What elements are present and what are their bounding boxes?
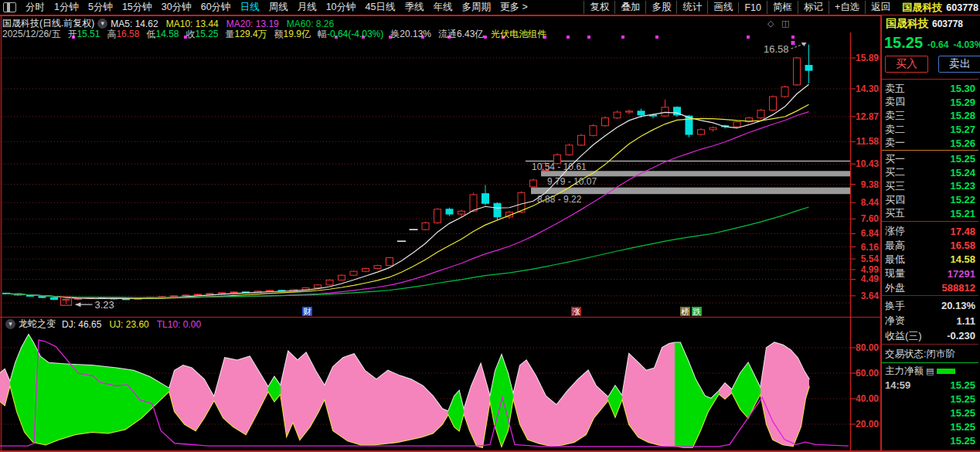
- menu-action-4[interactable]: 统计: [676, 1, 707, 14]
- tab-period-4[interactable]: 15分钟: [117, 1, 157, 14]
- menu-action-1[interactable]: 复权: [584, 1, 614, 14]
- tab-period-9[interactable]: 月线: [293, 1, 322, 14]
- tick-list[interactable]: 14:5915.2515.2515.2515.2515.2515.25: [882, 378, 978, 452]
- quote-field: 开15.51: [67, 29, 100, 39]
- indicator-params: DJ: 46.65UJ: 23.60TL10: 0.00: [62, 319, 209, 330]
- tab-period-7[interactable]: 日线: [236, 1, 264, 14]
- chevron-down-icon[interactable]: ▾: [5, 319, 15, 329]
- stat-row: 换手20.13%: [882, 298, 978, 314]
- svg-text:40.00: 40.00: [856, 393, 879, 404]
- panel-stock-header: 国晟科技 603778: [882, 17, 980, 31]
- tab-period-3[interactable]: 5分钟: [83, 1, 117, 14]
- tab-period-15[interactable]: 更多 >: [495, 1, 533, 14]
- svg-text:6.84: 6.84: [861, 228, 880, 239]
- tick-row: 15.25: [882, 392, 978, 406]
- svg-text:7.60: 7.60: [861, 213, 880, 224]
- bid-level-row[interactable]: 买三15.23: [882, 179, 978, 193]
- stock-name: 国晟科技: [902, 1, 942, 15]
- svg-text:3.23: 3.23: [95, 299, 114, 311]
- tab-period-12[interactable]: 季线: [400, 1, 428, 14]
- day-quote-row: 2025/12/26/五 开15.51高16.58低14.58收15.25量12…: [2, 28, 546, 41]
- action-menu: 复权叠加多股统计画线F10简框标记+自选返回 国晟科技 603778: [584, 0, 980, 15]
- split-window-icon[interactable]: ◫: [781, 19, 789, 29]
- stat2-rows: 换手20.13%净资1.11收益(三)-0.230: [882, 298, 978, 344]
- stat-row: 收益(三)-0.230: [882, 328, 978, 344]
- tick-row: 15.25: [882, 433, 978, 447]
- indicator-param: DJ: 46.65: [62, 319, 101, 330]
- top-menu-bar: 分时1分钟5分钟15分钟30分钟60分钟日线周线月线10分钟45日线季线年线多周…: [0, 0, 980, 15]
- stat-row: 外盘588812: [882, 281, 978, 295]
- bid-level-row[interactable]: 买五15.21: [882, 206, 978, 220]
- tick-row: 15.25: [882, 420, 978, 433]
- indicator-param: UJ: 23.60: [109, 319, 148, 330]
- menu-action-7[interactable]: 简框: [767, 1, 798, 14]
- quote-field: 收15.25: [186, 29, 219, 39]
- svg-text:11.58: 11.58: [856, 136, 880, 147]
- svg-text:14.30: 14.30: [856, 83, 879, 94]
- tab-period-13[interactable]: 年线: [428, 1, 457, 14]
- bid-levels: 买一15.25买二15.24买三15.23买四15.22买五15.21: [882, 152, 978, 220]
- ask-level-row[interactable]: 卖四15.29: [882, 96, 978, 110]
- bid-level-row[interactable]: 买二15.24: [882, 166, 978, 180]
- diamond-icon[interactable]: ◇: [767, 19, 774, 29]
- trade-status: 交易状态:闭市阶: [885, 348, 955, 361]
- tab-period-10[interactable]: 10分钟: [322, 1, 361, 14]
- menu-action-9[interactable]: +自选: [829, 1, 865, 14]
- sell-button[interactable]: 卖出: [938, 56, 980, 73]
- ask-level-row[interactable]: 卖二15.27: [882, 123, 978, 137]
- layout-icon[interactable]: [3, 2, 16, 12]
- svg-text:20.00: 20.00: [856, 419, 879, 430]
- panel-divider: [0, 317, 882, 318]
- stat-row: 涨停17.48: [882, 224, 978, 238]
- svg-text:榜: 榜: [681, 307, 689, 316]
- stat-row: 现量17291: [882, 267, 978, 280]
- panel-stock-code: 603778: [932, 19, 963, 29]
- svg-text:10.43: 10.43: [856, 158, 879, 169]
- buy-button[interactable]: 买入: [885, 56, 928, 73]
- quote-field: 换20.13%: [390, 29, 431, 39]
- svg-text:8.44: 8.44: [861, 197, 880, 208]
- list-icon[interactable]: ▤: [926, 366, 934, 376]
- menu-action-5[interactable]: 画线: [707, 1, 738, 14]
- divider: [882, 344, 978, 345]
- ask-level-row[interactable]: 卖三15.28: [882, 109, 978, 123]
- tab-period-14[interactable]: 多周期: [457, 1, 495, 14]
- svg-text:4.49: 4.49: [861, 274, 880, 284]
- ask-level-row[interactable]: 卖一15.26: [882, 136, 978, 150]
- stat-row: 最高16.58: [882, 238, 978, 252]
- svg-text:8.88 - 9.22: 8.88 - 9.22: [537, 194, 582, 205]
- stat-rows: 涨停17.48最高16.58最低14.58现量17291外盘588812: [882, 224, 978, 295]
- tab-period-8[interactable]: 周线: [264, 1, 293, 14]
- menu-action-3[interactable]: 多股: [645, 1, 676, 14]
- svg-text:涨: 涨: [572, 307, 580, 316]
- action-items: 复权叠加多股统计画线F10简框标记+自选返回: [584, 0, 896, 15]
- tab-period-5[interactable]: 30分钟: [157, 1, 196, 14]
- trading-terminal: 分时1分钟5分钟15分钟30分钟60分钟日线周线月线10分钟45日线季线年线多周…: [0, 0, 980, 452]
- tab-period-2[interactable]: 1分钟: [49, 1, 83, 14]
- corner-stock-label: 国晟科技 603778: [902, 1, 978, 15]
- main-flow-label: 主力净额: [885, 365, 924, 378]
- bid-level-row[interactable]: 买四15.22: [882, 193, 978, 207]
- quote-field: 量129.4万: [226, 29, 267, 39]
- svg-text:5.54: 5.54: [861, 253, 880, 264]
- svg-text:80.00: 80.00: [856, 342, 879, 353]
- divider: [882, 150, 978, 151]
- ask-level-row[interactable]: 卖五15.30: [882, 82, 978, 96]
- menu-action-6[interactable]: F10: [738, 2, 767, 13]
- svg-text:60.00: 60.00: [856, 368, 879, 379]
- bid-level-row[interactable]: 买一15.25: [882, 152, 978, 166]
- chart-area[interactable]: 15.8914.3012.8711.5810.439.388.447.606.8…: [0, 0, 882, 452]
- tab-period-1[interactable]: 分时: [21, 1, 49, 14]
- price-change: -0.64: [927, 39, 948, 50]
- svg-text:12.87: 12.87: [856, 111, 879, 122]
- menu-action-8[interactable]: 标记: [798, 1, 829, 14]
- menu-action-10[interactable]: 返回: [865, 1, 896, 14]
- trade-status-row: 交易状态:闭市阶: [882, 348, 980, 361]
- sector-tag[interactable]: 光伏电池组件: [491, 28, 546, 41]
- tab-period-6[interactable]: 60分钟: [196, 1, 236, 14]
- menu-action-2[interactable]: 叠加: [614, 1, 645, 14]
- indicator-panel[interactable]: 80.0060.0040.0020.00: [0, 335, 879, 447]
- tab-period-11[interactable]: 45日线: [361, 1, 400, 14]
- quote-field: 幅-0.64(-4.03%): [318, 29, 383, 39]
- quote-field: 高16.58: [107, 29, 139, 39]
